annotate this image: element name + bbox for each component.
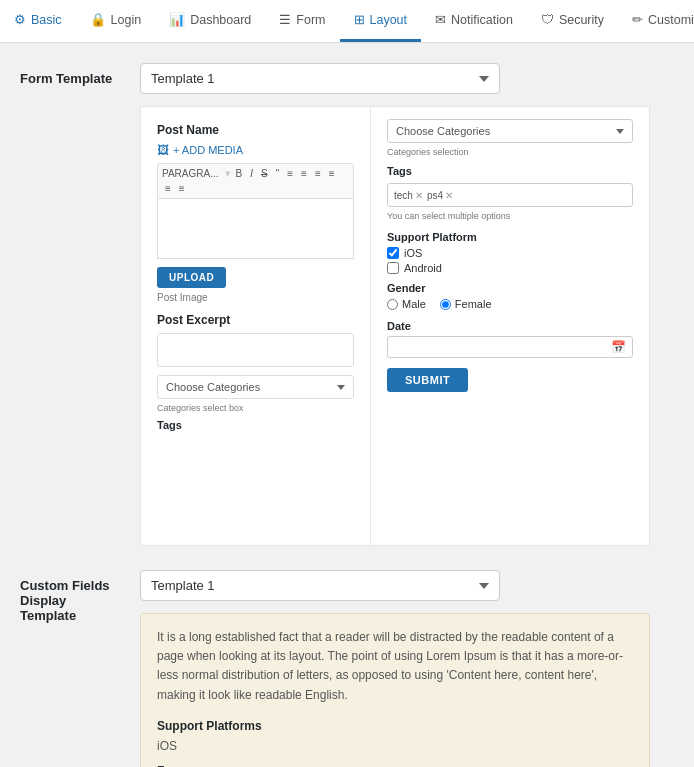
customize-icon: ✏ [632,12,643,27]
tab-notification[interactable]: ✉ Notification [421,0,527,42]
link-btn[interactable]: ≡ [162,182,174,195]
notification-icon: ✉ [435,12,446,27]
cfd-section-content: Template 1 Template 2 Template 3 It is a… [140,570,674,767]
radio-female: Female [440,298,492,310]
meta-for: For Male [157,762,633,767]
custom-fields-panel: Choose Categories Categories selection T… [371,107,649,545]
post-excerpt-label: Post Excerpt [157,313,354,327]
male-radio[interactable] [387,299,398,310]
tag-ps4-remove[interactable]: ✕ [445,190,453,201]
tab-customize-label: Customize [648,13,694,27]
align-center-btn[interactable]: ≡ [298,167,310,180]
tags-heading: Tags [157,419,354,431]
more-btn[interactable]: ≡ [176,182,188,195]
tag-chip-ps4: ps4 ✕ [427,190,453,201]
cf-tags-title: Tags [387,165,633,177]
tab-layout[interactable]: ⊞ Layout [340,0,422,42]
female-label: Female [455,298,492,310]
tab-security-label: Security [559,13,604,27]
cf-multi-text: You can select multiple options [387,211,633,221]
tab-security[interactable]: 🛡 Security [527,0,618,42]
ios-checkbox[interactable] [387,247,399,259]
cf-gender-title: Gender [387,282,633,294]
align-left-btn[interactable]: ≡ [284,167,296,180]
checkbox-ios: iOS [387,247,633,259]
tab-basic-label: Basic [31,13,62,27]
tab-basic[interactable]: ⚙ Basic [0,0,76,42]
submit-button[interactable]: SUBMIT [387,368,468,392]
tab-notification-label: Notification [451,13,513,27]
tags-chips: tech ✕ ps4 ✕ [387,183,633,207]
paragra-label: PARAGRA... [162,168,219,179]
tag-ps4-label: ps4 [427,190,443,201]
calendar-icon: 📅 [611,340,626,354]
form-editor-panel: Post Name 🖼 + ADD MEDIA PARAGRA... ▾ B I [141,107,371,545]
support-platforms-meta-label: Support Platforms [157,717,633,736]
bold-btn[interactable]: B [233,167,246,180]
meta-support-platforms: Support Platforms iOS [157,717,633,756]
cfd-label-line2: Template [20,608,76,623]
tag-tech-remove[interactable]: ✕ [415,190,423,201]
cf-categories-select[interactable]: Choose Categories [387,119,633,143]
female-radio[interactable] [440,299,451,310]
cf-date-title: Date [387,320,633,332]
strikethrough-btn[interactable]: S [258,167,271,180]
add-media-button[interactable]: 🖼 + ADD MEDIA [157,143,354,157]
android-checkbox[interactable] [387,262,399,274]
cfd-section-label: Custom Fields Display Template [20,570,140,623]
male-label: Male [402,298,426,310]
basic-icon: ⚙ [14,12,26,27]
preview-inner: Post Name 🖼 + ADD MEDIA PARAGRA... ▾ B I [141,107,649,545]
date-input-row[interactable]: 📅 [387,336,633,358]
excerpt-textarea[interactable] [157,333,354,367]
tag-tech-label: tech [394,190,413,201]
categories-sublabel: Categories select box [157,403,354,413]
form-template-label: Form Template [20,63,140,86]
tab-login-label: Login [111,13,142,27]
tab-dashboard-label: Dashboard [190,13,251,27]
android-label: Android [404,262,442,274]
radio-male: Male [387,298,426,310]
radio-row-gender: Male Female [387,298,633,310]
cfd-template-select[interactable]: Template 1 Template 2 Template 3 [140,570,500,601]
tab-dashboard[interactable]: 📊 Dashboard [155,0,265,42]
layout-icon: ⊞ [354,12,365,27]
add-media-label: + ADD MEDIA [173,144,243,156]
toolbar-divider: ▾ [225,167,231,180]
ios-label: iOS [404,247,422,259]
checkbox-android: Android [387,262,633,274]
tag-chip-tech: tech ✕ [394,190,423,201]
post-image-sublabel: Post Image [157,292,354,303]
editor-toolbar: PARAGRA... ▾ B I S " ≡ ≡ ≡ ≡ ≡ ≡ [157,163,354,199]
tab-customize[interactable]: ✏ Customize [618,0,694,42]
editor-body[interactable] [157,199,354,259]
post-name-label: Post Name [157,123,354,137]
upload-button[interactable]: UPLOAD [157,267,226,288]
form-icon: ☰ [279,12,291,27]
tab-login[interactable]: 🔒 Login [76,0,156,42]
lorem-text: It is a long established fact that a rea… [157,628,633,705]
security-icon: 🛡 [541,12,554,27]
cfd-label-line1: Custom Fields Display [20,578,110,608]
cf-categories-sub: Categories selection [387,147,633,157]
italic-btn[interactable]: I [247,167,256,180]
align-right-btn[interactable]: ≡ [312,167,324,180]
dashboard-icon: 📊 [169,12,185,27]
categories-select-preview[interactable]: Choose Categories [157,375,354,399]
form-template-content: Template 1 Template 2 Template 3 Post Na… [140,63,674,546]
for-meta-label: For [157,762,633,767]
media-icon: 🖼 [157,143,169,157]
quote-btn[interactable]: " [273,167,283,180]
custom-fields-display-section: Custom Fields Display Template Template … [20,570,674,767]
login-icon: 🔒 [90,12,106,27]
tab-form-label: Form [296,13,325,27]
support-platforms-meta-value: iOS [157,737,633,756]
form-template-select[interactable]: Template 1 Template 2 Template 3 [140,63,500,94]
main-content: Form Template Template 1 Template 2 Temp… [0,43,694,767]
tab-form[interactable]: ☰ Form [265,0,339,42]
list-btn[interactable]: ≡ [326,167,338,180]
lorem-preview: It is a long established fact that a rea… [140,613,650,767]
top-navigation: ⚙ Basic 🔒 Login 📊 Dashboard ☰ Form ⊞ Lay… [0,0,694,43]
form-template-section: Form Template Template 1 Template 2 Temp… [20,63,674,546]
cf-support-title: Support Platform [387,231,633,243]
